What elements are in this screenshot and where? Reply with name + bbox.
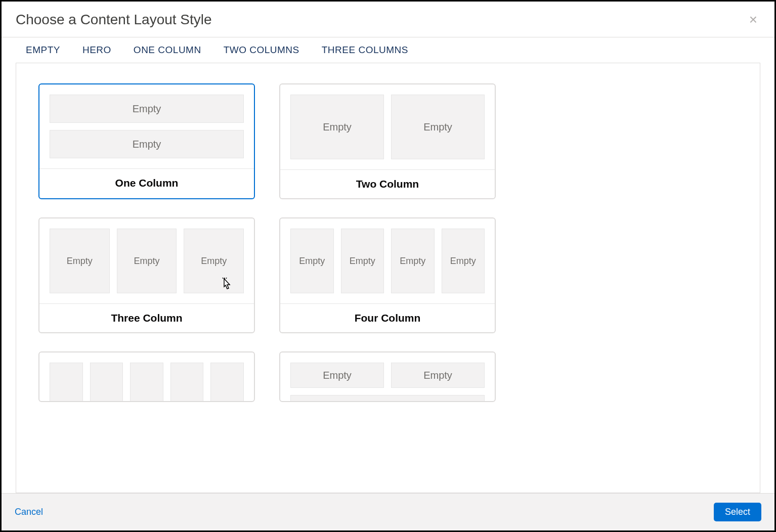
preview-box: Empty [290, 363, 384, 388]
layout-options-scroll[interactable]: Empty Empty One Column Empty Empty Two C… [16, 63, 760, 493]
preview-box: Empty [391, 363, 485, 388]
preview-box: Empty [184, 229, 244, 293]
preview-box: Empty [341, 229, 384, 293]
preview-box: Empty [50, 229, 110, 293]
preview-box: Empty [391, 229, 435, 293]
tab-one-column[interactable]: ONE COLUMN [134, 45, 201, 56]
preview-box: Empty [50, 130, 244, 158]
dialog-header: Choose a Content Layout Style × [2, 2, 774, 37]
preview-box [130, 363, 163, 402]
card-four-column[interactable]: Empty Empty Empty Empty Four Column [279, 217, 496, 333]
card-three-column[interactable]: Empty Empty Empty Three Column [38, 217, 255, 333]
card-label: Three Column [39, 303, 254, 332]
preview-box [50, 363, 83, 402]
tab-bar: EMPTY HERO ONE COLUMN TWO COLUMNS THREE … [2, 37, 774, 63]
preview-box [90, 363, 123, 402]
preview-box: Empty [391, 95, 485, 159]
close-icon[interactable]: × [746, 13, 760, 27]
tab-hero[interactable]: HERO [82, 45, 111, 56]
preview-box: Empty [117, 229, 177, 293]
card-five-column[interactable] [38, 351, 255, 402]
preview-box [290, 395, 485, 402]
preview-box: Empty [290, 229, 334, 293]
card-two-column[interactable]: Empty Empty Two Column [279, 83, 496, 199]
tab-two-columns[interactable]: TWO COLUMNS [224, 45, 299, 56]
dialog-footer: Cancel Select [2, 493, 774, 530]
tab-three-columns[interactable]: THREE COLUMNS [322, 45, 408, 56]
card-mixed[interactable]: Empty Empty [279, 351, 496, 402]
preview-box [210, 363, 244, 402]
preview-box: Empty [442, 229, 485, 293]
card-label: Two Column [280, 169, 495, 198]
preview-box [170, 363, 204, 402]
preview-box: Empty [290, 95, 384, 159]
dialog-title: Choose a Content Layout Style [16, 12, 212, 28]
select-button[interactable]: Select [714, 503, 761, 521]
preview-box: Empty [50, 95, 244, 123]
cancel-button[interactable]: Cancel [15, 507, 43, 517]
card-label: One Column [39, 168, 254, 197]
tab-empty[interactable]: EMPTY [26, 45, 60, 56]
card-label: Four Column [280, 303, 495, 332]
card-one-column[interactable]: Empty Empty One Column [38, 83, 255, 199]
